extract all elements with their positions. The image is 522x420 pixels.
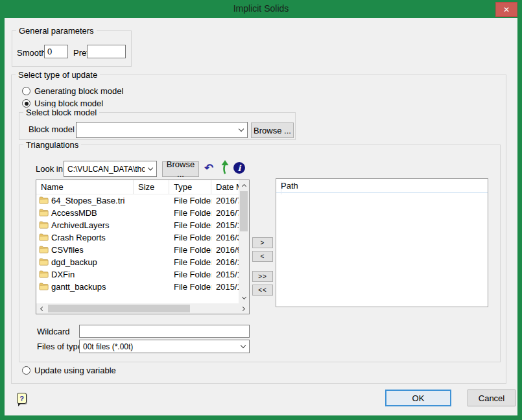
radio-update-using-variable[interactable]: Update using variable [22, 366, 116, 375]
files-of-type-value: 00t files (*.00t) [80, 342, 237, 351]
move-all-right-button[interactable]: >> [252, 271, 273, 282]
file-date: 2015/1 [211, 282, 239, 292]
look-in-combobox[interactable]: C:\VULCAN_DATA\thor_ [64, 161, 157, 177]
block-model-combobox[interactable] [76, 122, 248, 138]
table-row[interactable]: 64_Stopes_Base.tri File Folder 2016/7 [36, 194, 239, 207]
radio-using-circle [22, 99, 30, 108]
file-name: Crash Reports [51, 233, 106, 242]
look-in-label: Look in [36, 164, 63, 174]
files-of-type-label: Files of type [37, 342, 82, 351]
file-name: 64_Stopes_Base.tri [51, 196, 125, 205]
path-column-label: Path [281, 181, 298, 191]
column-header-type[interactable]: Type [169, 180, 211, 194]
table-row[interactable]: ArchivedLayers File Folder 2015/1 [36, 219, 239, 231]
table-row[interactable]: gantt_backups File Folder 2015/1 [36, 281, 239, 293]
update-type-legend: Select type of update [16, 70, 100, 80]
file-date: 2016/9 [211, 245, 239, 255]
block-model-group: Select block model Block model Browse ..… [19, 112, 296, 140]
radio-variable-label: Update using variable [34, 366, 116, 375]
folder-icon [39, 208, 49, 218]
ok-button[interactable]: OK [385, 390, 451, 406]
block-model-legend: Select block model [23, 108, 99, 117]
file-name: gantt_backups [51, 282, 106, 292]
column-header-size[interactable]: Size [134, 180, 169, 194]
close-button[interactable]: ✕ [495, 2, 517, 17]
file-type: File Folder [169, 257, 211, 267]
scroll-right-icon[interactable] [239, 303, 249, 314]
chevron-down-icon [235, 122, 247, 137]
chevron-down-icon [237, 340, 249, 353]
radio-generating-label: Generating block model [34, 86, 123, 96]
table-row[interactable]: AccessMDB File Folder 2016/7 [36, 207, 239, 219]
file-type: File Folder [169, 245, 211, 255]
block-model-label: Block model [29, 124, 75, 134]
folder-icon [39, 196, 49, 206]
file-date: 2016/7 [211, 208, 239, 218]
file-date: 2016/1 [211, 257, 239, 267]
folder-icon [39, 233, 49, 243]
folder-icon [39, 257, 49, 268]
table-row[interactable]: Crash Reports File Folder 2016/3 [36, 231, 239, 244]
file-type: File Folder [169, 220, 211, 230]
file-name: DXFin [51, 270, 75, 279]
horizontal-scrollbar[interactable] [36, 303, 249, 314]
table-row[interactable]: DXFin File Folder 2015/1 [36, 268, 239, 281]
close-icon: ✕ [503, 5, 510, 14]
file-name: dgd_backup [51, 257, 97, 267]
radio-generating-block-model[interactable]: Generating block model [22, 86, 123, 96]
undo-arrow-icon[interactable]: ↶ [204, 163, 213, 174]
prefix-input[interactable] [87, 45, 126, 58]
table-row[interactable]: CSVfiles File Folder 2016/9 [36, 244, 239, 256]
move-all-left-button[interactable]: << [252, 285, 273, 296]
column-header-date[interactable]: Date M [211, 180, 239, 194]
file-name: AccessMDB [51, 208, 97, 218]
folder-icon [39, 245, 49, 255]
move-left-button[interactable]: < [252, 251, 273, 262]
triangulations-legend: Triangulations [23, 140, 81, 150]
vertical-scrollbar[interactable] [239, 180, 249, 303]
file-date: 2015/1 [211, 220, 239, 230]
cancel-button[interactable]: Cancel [468, 390, 516, 406]
file-type: File Folder [169, 196, 211, 205]
dialog-body: General parameters Smoothing Prefix Sele… [5, 18, 517, 415]
files-of-type-combobox[interactable]: 00t files (*.00t) [79, 340, 250, 353]
scroll-down-icon[interactable] [239, 293, 249, 303]
file-list-header[interactable]: Name Size Type Date M [36, 180, 239, 194]
up-directory-icon[interactable] [220, 160, 230, 176]
file-date: 2015/1 [211, 270, 239, 279]
triangulations-group: Triangulations Look in C:\VULCAN_DATA\th… [19, 145, 501, 362]
update-type-group: Select type of update Generating block m… [11, 75, 506, 384]
radio-using-block-model[interactable]: Using block model [22, 99, 103, 108]
wildcard-input[interactable] [79, 325, 250, 338]
file-date: 2016/7 [211, 196, 239, 205]
implicit-solids-dialog: Implicit Solids ✕ General parameters Smo… [0, 0, 522, 420]
file-type: File Folder [169, 233, 211, 242]
vertical-scrollbar-thumb[interactable] [240, 191, 248, 231]
file-list: Name Size Type Date M 64_Stopes_Base.tri… [36, 180, 250, 314]
file-type: File Folder [169, 282, 211, 292]
block-model-browse-button[interactable]: Browse ... [251, 122, 294, 138]
horizontal-scrollbar-thumb[interactable] [48, 305, 190, 312]
help-icon[interactable]: ? [17, 393, 27, 404]
move-right-button[interactable]: > [252, 237, 273, 248]
path-column-header[interactable]: Path [276, 179, 488, 192]
radio-using-label: Using block model [34, 99, 103, 108]
window-title: Implicit Solids [0, 3, 522, 14]
scroll-up-icon[interactable] [239, 180, 249, 191]
titlebar[interactable]: Implicit Solids ✕ [0, 0, 522, 18]
info-icon[interactable]: i [233, 162, 245, 174]
smoothing-input[interactable] [44, 45, 68, 58]
scroll-left-icon[interactable] [36, 303, 47, 314]
path-list[interactable]: Path [276, 178, 488, 307]
file-date: 2016/3 [211, 233, 239, 242]
chevron-down-icon [145, 161, 156, 176]
column-header-name[interactable]: Name [36, 180, 134, 194]
folder-icon [39, 270, 49, 280]
file-name: ArchivedLayers [51, 220, 110, 230]
column-separator [281, 181, 281, 194]
look-in-browse-button[interactable]: Browse ... [162, 161, 199, 177]
wildcard-label: Wildcard [37, 327, 70, 336]
radio-variable-circle [22, 366, 30, 375]
table-row[interactable]: dgd_backup File Folder 2016/1 [36, 256, 239, 268]
folder-icon [39, 220, 49, 231]
